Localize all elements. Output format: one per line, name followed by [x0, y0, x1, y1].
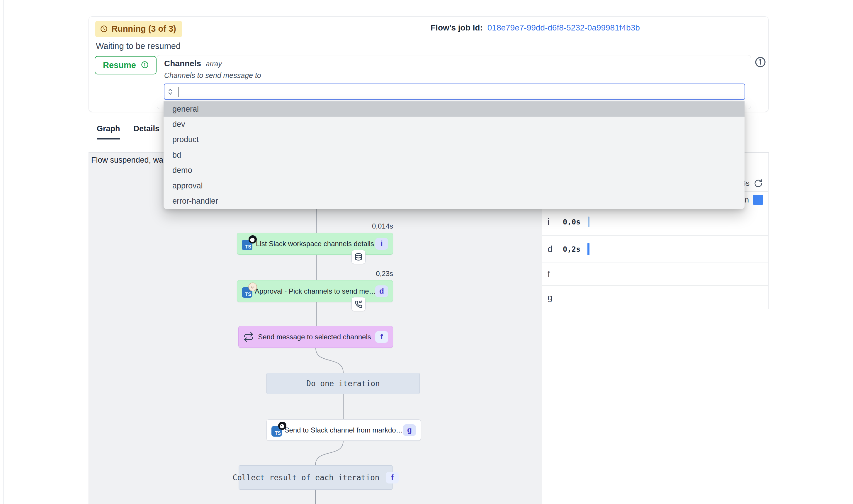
node-duration: 0,23s [237, 270, 393, 278]
run-status-card: Running (3 of 3) Flow's job Id: 018e79e7… [89, 16, 768, 112]
dropdown-item-approval[interactable]: approval [163, 178, 745, 193]
node-badge: d [375, 285, 388, 297]
status-badge-label: Running (3 of 3) [111, 24, 176, 34]
node-label: Send message to selected channels [254, 333, 375, 341]
step-id: f [548, 269, 563, 279]
step-duration: 0,0s [563, 218, 581, 226]
gantt-bar [588, 217, 589, 227]
timeline-row-f[interactable]: f [542, 263, 768, 286]
info-icon[interactable] [754, 56, 766, 68]
step-duration: 0,2s [563, 245, 581, 253]
app-left-divider [3, 0, 4, 504]
tab-graph[interactable]: Graph [97, 124, 120, 140]
dropdown-item-dev[interactable]: dev [163, 116, 745, 132]
dropdown-item-general[interactable]: general [163, 102, 745, 116]
cache-database-icon[interactable] [352, 250, 366, 264]
node-label: Approval - Pick channels to send me… [255, 287, 375, 295]
loop-icon [243, 332, 254, 342]
status-badge: Running (3 of 3) [95, 21, 182, 37]
field-type: array [206, 60, 222, 68]
gantt-bar [587, 243, 589, 255]
job-id-link[interactable]: 018e79e7-99dd-d6f8-5232-0a99981f4b3b [487, 23, 640, 33]
node-badge: f [386, 472, 399, 484]
resume-form-card: Channels array Channels to send message … [157, 55, 751, 109]
typescript-bun-icon: TS [242, 285, 255, 298]
view-tabs: Graph Details [97, 124, 159, 140]
node-duration: 0,014s [237, 222, 393, 230]
timeline-row-g[interactable]: g [542, 286, 768, 309]
phone-incoming-icon[interactable] [352, 297, 366, 311]
tab-details[interactable]: Details [134, 124, 160, 140]
node-badge: f [375, 331, 388, 343]
step-id: i [548, 217, 563, 227]
channels-autocomplete-dropdown: general dev product bd demo approval err… [163, 102, 745, 209]
step-id: g [548, 292, 563, 302]
refresh-icon[interactable] [753, 179, 763, 188]
typescript-deno-icon: TS [271, 424, 284, 437]
dropdown-item-demo[interactable]: demo [163, 163, 745, 178]
bun-icon [248, 283, 257, 291]
deno-icon [278, 421, 287, 430]
waiting-text: Waiting to be resumed [96, 41, 181, 51]
dropdown-item-error-handler[interactable]: error-handler [163, 193, 745, 209]
node-label: List Slack workspace channels details [255, 240, 375, 248]
flow-node-list-channels[interactable]: TS List Slack workspace channels details… [237, 233, 393, 255]
job-id-row: Flow's job Id: 018e79e7-99dd-d6f8-5232-0… [431, 23, 640, 33]
channels-input[interactable] [164, 84, 745, 100]
suspended-banner: Flow suspended, wa [91, 156, 163, 165]
resume-button-label: Resume [103, 60, 136, 70]
dropdown-item-product[interactable]: product [163, 132, 745, 147]
duration-legend-swatch [753, 195, 763, 205]
node-label: Do one iteration [271, 379, 415, 388]
clock-icon [100, 25, 108, 33]
typescript-deno-icon: TS [242, 237, 255, 250]
node-badge: g [403, 424, 416, 436]
flow-node-send-to-slack[interactable]: TS Send to Slack channel from markdo… g [266, 419, 421, 441]
flow-node-approval[interactable]: TS Approval - Pick channels to send me… … [237, 280, 393, 302]
deno-icon [248, 235, 257, 244]
timeline-row-d[interactable]: d 0,2s [542, 236, 768, 263]
resume-button[interactable]: Resume [95, 56, 157, 74]
flow-node-collect-results[interactable]: Collect result of each iteration f [238, 465, 393, 490]
node-label: Collect result of each iteration [233, 473, 379, 482]
chevron-up-down-icon [164, 84, 176, 99]
node-label: Send to Slack channel from markdo… [284, 426, 403, 434]
timeline-row-i[interactable]: i 0,0s [542, 208, 768, 236]
flow-node-do-one-iteration[interactable]: Do one iteration [266, 373, 420, 394]
text-caret [178, 87, 179, 97]
field-title-row: Channels array [164, 59, 222, 68]
dropdown-item-bd[interactable]: bd [163, 147, 745, 163]
info-icon [141, 61, 149, 70]
field-description: Channels to send message to [164, 71, 261, 80]
field-label: Channels [164, 59, 201, 68]
flow-node-forloop[interactable]: Send message to selected channels f [238, 326, 393, 348]
node-badge: i [375, 238, 388, 250]
step-id: d [548, 244, 563, 254]
job-id-label: Flow's job Id: [431, 23, 483, 33]
